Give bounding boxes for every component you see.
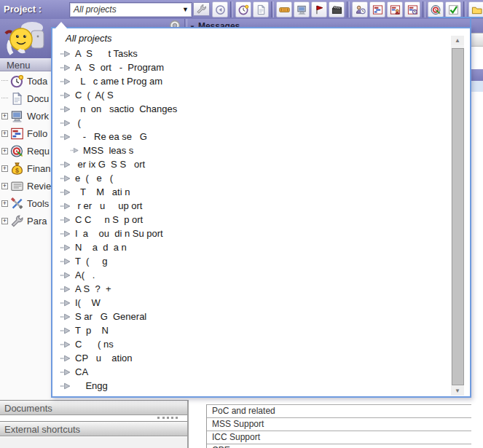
wrench-icon bbox=[196, 4, 207, 15]
project-option[interactable]: A S t Tasks bbox=[57, 47, 449, 60]
history-button[interactable] bbox=[212, 1, 228, 17]
project-option[interactable]: - Re ea se G bbox=[57, 130, 449, 144]
project-option[interactable]: T M ati n bbox=[57, 185, 449, 199]
dropdown-scrollbar[interactable]: ▲ ▼ bbox=[451, 36, 464, 396]
project-option[interactable]: Engg bbox=[57, 379, 449, 393]
menu-item-para[interactable]: +Para bbox=[0, 212, 51, 229]
project-option[interactable]: CP u ation bbox=[57, 351, 449, 365]
project-option[interactable]: A( . bbox=[57, 268, 449, 282]
gantt-resource-button[interactable] bbox=[387, 1, 403, 17]
workstation-button[interactable] bbox=[294, 1, 310, 17]
project-option[interactable]: r er u up ort bbox=[57, 199, 449, 213]
expand-plus-icon[interactable]: + bbox=[1, 130, 8, 137]
objectives-button[interactable] bbox=[428, 1, 444, 17]
document-button[interactable] bbox=[253, 1, 269, 17]
project-option[interactable]: I a ou di n Su port bbox=[57, 227, 449, 240]
menu-item-tools[interactable]: +Tools bbox=[0, 194, 51, 212]
project-option[interactable]: MSS leas s bbox=[57, 144, 449, 157]
project-arrow-icon bbox=[60, 272, 71, 279]
chevron-down-icon[interactable]: ▼ bbox=[182, 6, 189, 13]
project-arrow-icon bbox=[60, 299, 71, 307]
project-option[interactable]: A S ? + bbox=[57, 282, 449, 296]
expand-plus-icon[interactable]: + bbox=[1, 183, 8, 189]
project-arrow-icon bbox=[60, 327, 71, 334]
project-option[interactable]: N a d a n bbox=[57, 240, 449, 254]
target-icon bbox=[10, 144, 24, 158]
menu-item-toda[interactable]: Toda bbox=[0, 72, 51, 90]
project-arrow-icon bbox=[60, 286, 71, 293]
menu-item-work[interactable]: +Work bbox=[0, 107, 51, 125]
project-option[interactable]: CPE Releases bbox=[57, 393, 449, 395]
menu-item-finan[interactable]: +$Finan bbox=[0, 160, 51, 177]
table-row[interactable]: PoC and related bbox=[207, 405, 471, 418]
gantt-icon bbox=[372, 4, 383, 15]
project-option-label: C ( A( S bbox=[75, 90, 114, 101]
projects-dropdown: All projects A S t TasksA S ort - Progra… bbox=[51, 27, 471, 398]
news-icon bbox=[10, 179, 24, 193]
project-arrow-icon bbox=[60, 258, 71, 265]
project-option[interactable]: e ( e ( bbox=[57, 171, 449, 185]
project-arrow-icon bbox=[60, 216, 71, 224]
history-icon bbox=[215, 4, 226, 15]
expand-plus-icon[interactable]: + bbox=[1, 218, 8, 224]
menu-item-requ[interactable]: +Requ bbox=[0, 142, 51, 160]
project-option[interactable]: A S ort - Program bbox=[57, 60, 449, 74]
project-option[interactable]: C ( ns bbox=[57, 337, 449, 351]
folder-button[interactable] bbox=[468, 1, 483, 17]
panel-footer bbox=[0, 437, 187, 448]
table-row[interactable]: ICC Support bbox=[207, 431, 471, 444]
expand-plus-icon[interactable]: + bbox=[1, 113, 8, 119]
project-combobox[interactable]: All projects ▼ bbox=[69, 2, 192, 17]
project-option[interactable]: ( bbox=[57, 116, 449, 130]
expand-plus-icon[interactable]: + bbox=[1, 165, 8, 172]
ticket-button[interactable] bbox=[276, 1, 292, 17]
project-option[interactable]: T p N bbox=[57, 323, 449, 337]
project-option[interactable]: C C n S p ort bbox=[57, 213, 449, 227]
gantt-time-button[interactable] bbox=[404, 1, 420, 17]
menu-item-label: Finan bbox=[27, 163, 51, 174]
scrollbar-thumb[interactable] bbox=[452, 48, 464, 385]
menu-item-docu[interactable]: Docu bbox=[0, 90, 51, 107]
project-option-label: ( bbox=[75, 117, 81, 128]
project-arrow-icon bbox=[60, 50, 71, 58]
table-row[interactable]: CPE bbox=[207, 444, 471, 448]
project-option[interactable]: I( W bbox=[57, 296, 449, 310]
project-option-label: C ( ns bbox=[75, 339, 114, 350]
project-option-label: I a ou di n Su port bbox=[75, 228, 163, 239]
menu-item-label: Docu bbox=[27, 93, 49, 104]
expand-plus-icon[interactable]: + bbox=[1, 148, 8, 154]
today-button[interactable] bbox=[235, 1, 251, 17]
project-arrow-icon bbox=[60, 189, 71, 196]
scroll-up-button[interactable]: ▲ bbox=[451, 36, 464, 45]
project-option[interactable]: C ( A( S bbox=[57, 88, 449, 102]
wrench-icon bbox=[10, 214, 24, 228]
scroll-down-button[interactable]: ▼ bbox=[451, 386, 464, 396]
tree-branch bbox=[1, 98, 8, 99]
checklist-button[interactable] bbox=[445, 1, 461, 17]
project-settings-button[interactable] bbox=[193, 2, 210, 16]
project-option[interactable]: L c ame t Prog am bbox=[57, 74, 449, 88]
expand-plus-icon[interactable]: + bbox=[1, 200, 8, 207]
planning-gantt-button[interactable] bbox=[369, 1, 385, 17]
table-row[interactable]: MSS Support bbox=[207, 418, 471, 431]
actions-button[interactable] bbox=[329, 1, 345, 17]
documents-panel-header[interactable]: Documents bbox=[0, 400, 187, 415]
right-panel-row-edge bbox=[471, 81, 483, 92]
project-option[interactable]: er ix G S S ort bbox=[57, 157, 449, 171]
milestone-flag-button[interactable] bbox=[311, 1, 327, 17]
menu-item-follo[interactable]: +Follo bbox=[0, 125, 51, 142]
menu-item-revie[interactable]: +Revie bbox=[0, 177, 51, 194]
project-option[interactable]: n on sactio Changes bbox=[57, 102, 449, 116]
project-option-label: Engg bbox=[75, 380, 108, 391]
monitor-icon bbox=[297, 4, 307, 15]
project-option[interactable]: T ( g bbox=[57, 254, 449, 268]
gantt-icon bbox=[10, 127, 24, 141]
project-option[interactable]: CA bbox=[57, 365, 449, 379]
project-option-all[interactable]: All projects bbox=[57, 33, 449, 47]
app-logo bbox=[0, 19, 51, 58]
project-option[interactable]: S ar G General bbox=[57, 310, 449, 323]
smiley-mascot-icon bbox=[0, 48, 51, 58]
project-option-label: I( W bbox=[75, 297, 101, 308]
resource-time-button[interactable] bbox=[352, 1, 368, 17]
external-shortcuts-panel-header[interactable]: External shortcuts bbox=[0, 421, 187, 436]
